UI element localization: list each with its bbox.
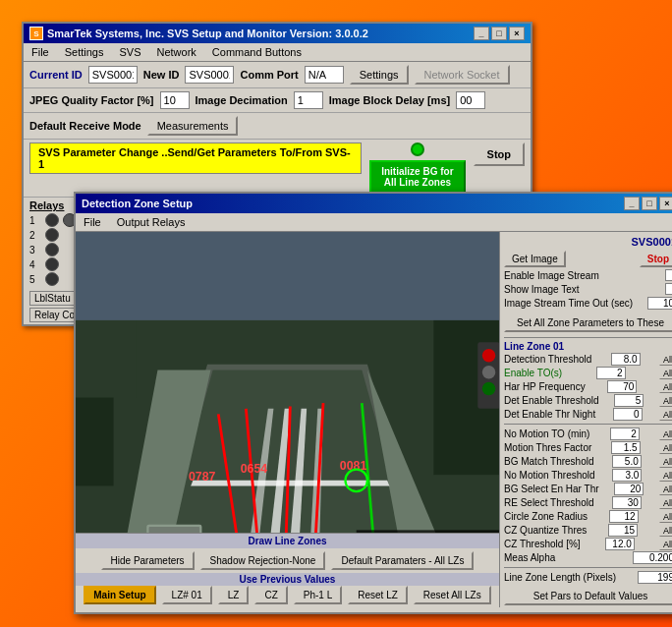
relay-3-indicator <box>45 243 59 256</box>
rp-det-enable-thresh-input[interactable] <box>614 394 644 407</box>
det-window-title: Detection Zone Setup <box>82 198 193 209</box>
minimize-btn[interactable]: _ <box>474 27 489 40</box>
stop-button[interactable]: Stop <box>474 142 525 166</box>
rp-re-select-row: RE Select Threshold All <box>504 496 672 509</box>
rp-det-threshold-all[interactable]: All <box>659 354 672 366</box>
svg-marker-13 <box>191 481 389 486</box>
rp-enable-to-all[interactable]: All <box>659 368 672 379</box>
block-delay-label: Image Block Delay [ms] <box>329 94 451 106</box>
rp-det-enable-thresh-row: Det Enable Threshold All <box>504 394 672 407</box>
det-maximize-btn[interactable]: □ <box>642 197 657 210</box>
rp-set-all-button[interactable]: Set All Zone Parameters to These <box>504 314 672 332</box>
rp-re-select-all[interactable]: All <box>659 497 672 509</box>
decimation-input[interactable] <box>294 91 323 109</box>
rp-cz-threshold-input[interactable] <box>605 538 635 550</box>
rp-bg-match-input[interactable] <box>612 455 642 468</box>
rp-har-hp-input[interactable] <box>607 380 637 393</box>
ph1l-button[interactable]: Ph-1 L <box>294 586 342 604</box>
rp-motion-thres-label: Motion Thres Factor <box>504 442 591 453</box>
rp-det-enable-night-input[interactable] <box>613 408 643 421</box>
default-receive-label: Default Receive Mode <box>29 120 141 132</box>
rp-line-zone-length-input <box>638 571 672 584</box>
reset-all-button[interactable]: Reset All LZs <box>414 586 491 604</box>
rp-stop-button[interactable]: Stop <box>640 251 672 267</box>
new-id-label: New ID <box>143 69 180 81</box>
relay-2-num: 2 <box>29 230 41 241</box>
rp-har-hp-row: Har HP Frequency All <box>504 380 672 393</box>
main-setup-button[interactable]: Main Setup <box>84 586 155 604</box>
hide-params-button[interactable]: Hide Parameters <box>101 551 195 570</box>
current-id-input[interactable] <box>88 66 138 84</box>
rp-no-motion-input[interactable] <box>610 428 640 440</box>
rp-cz-threshold-row: CZ Threshold [%] All <box>504 538 672 550</box>
rp-show-text-label: Show Image Text <box>504 284 580 295</box>
menu-svs[interactable]: SVS <box>115 45 144 59</box>
rp-cz-threshold-all[interactable]: All <box>659 539 672 550</box>
control-row-1: Hide Parameters Shadow Rejection-None De… <box>76 551 499 570</box>
menu-network[interactable]: Network <box>153 45 200 59</box>
rp-bg-match-all[interactable]: All <box>659 456 672 468</box>
rp-motion-thres-input[interactable] <box>611 441 641 454</box>
relay-1-indicator <box>45 213 59 227</box>
rp-no-motion-thresh-row: No Motion Threshold All <box>504 469 672 482</box>
rp-stream-timeout-input[interactable] <box>647 297 672 310</box>
rp-meas-alpha-row: Meas Alpha <box>504 551 672 564</box>
reset-lz-button[interactable]: Reset LZ <box>348 586 408 604</box>
det-close-btn[interactable]: × <box>659 197 672 210</box>
rp-det-threshold-input[interactable] <box>611 353 641 366</box>
rp-cz-quantize-all[interactable]: All <box>659 525 672 537</box>
rp-timeout-row: Image Stream Time Out (sec) <box>504 297 672 310</box>
shadow-rejection-button[interactable]: Shadow Rejection-None <box>200 551 326 570</box>
menu-settings[interactable]: Settings <box>61 45 108 59</box>
rp-enable-to-input[interactable] <box>596 367 626 379</box>
svg-rect-4 <box>76 232 499 320</box>
rp-no-motion-all[interactable]: All <box>659 428 672 440</box>
rp-circle-zone-input[interactable] <box>609 510 639 523</box>
jpeg-input[interactable] <box>160 91 190 109</box>
rp-set-pars-button[interactable]: Set Pars to Default Values <box>504 587 672 605</box>
initialize-bg-button[interactable]: Initialize BG for All Line Zones <box>369 160 465 194</box>
rp-har-hp-all[interactable]: All <box>659 381 672 393</box>
rp-meas-alpha-input[interactable] <box>633 551 672 564</box>
rp-det-enable-thresh-label: Det Enable Threshold <box>504 395 599 406</box>
rp-show-text-check[interactable] <box>665 283 672 295</box>
rp-bg-select-row: BG Select En Har Thr All <box>504 483 672 495</box>
default-params-button[interactable]: Default Paramaters - All LZs <box>331 551 474 570</box>
lz01-button[interactable]: LZ# 01 <box>162 586 212 604</box>
rp-no-motion-thresh-all[interactable]: All <box>659 470 672 482</box>
menu-command-buttons[interactable]: Command Buttons <box>208 45 306 59</box>
rp-cz-quantize-input[interactable] <box>608 524 638 537</box>
rp-bg-select-input[interactable] <box>614 483 644 495</box>
measurements-button[interactable]: Measurements <box>147 116 239 136</box>
main-title-bar: S SmarTek Systems, Inc. SVS Setup and Mo… <box>24 24 531 43</box>
lz-button[interactable]: LZ <box>218 586 250 604</box>
comm-port-input[interactable] <box>305 66 344 84</box>
rp-re-select-input[interactable] <box>612 496 642 509</box>
menu-file[interactable]: File <box>28 45 53 59</box>
cz-button[interactable]: CZ <box>254 586 287 604</box>
block-delay-input[interactable] <box>456 91 485 109</box>
new-id-input[interactable] <box>185 66 234 84</box>
rp-circle-zone-all[interactable]: All <box>659 511 672 523</box>
det-menu-output-relays[interactable]: Output Relays <box>113 215 190 229</box>
rp-enable-to-label: Enable TO(s) <box>504 368 562 378</box>
rp-enable-stream-check[interactable] <box>665 269 672 281</box>
maximize-btn[interactable]: □ <box>491 27 507 40</box>
rp-no-motion-label: No Motion TO (min) <box>504 428 589 439</box>
rp-det-enable-night-all[interactable]: All <box>659 409 672 421</box>
divider-3 <box>504 567 672 568</box>
divider-1 <box>504 337 672 338</box>
close-btn[interactable]: × <box>509 27 525 40</box>
rp-bg-select-all[interactable]: All <box>659 484 672 495</box>
rp-motion-thres-all[interactable]: All <box>659 442 672 454</box>
rp-det-enable-thresh-all[interactable]: All <box>659 395 672 407</box>
rp-det-threshold-row: Detection Threshold All <box>504 353 672 366</box>
title-bar-left: S SmarTek Systems, Inc. SVS Setup and Mo… <box>29 27 368 40</box>
det-content: 0787 0654 0081 05-31-2011 10:01:48 Draw … <box>76 232 672 607</box>
rp-har-hp-label: Har HP Frequency <box>504 381 586 392</box>
det-menu-file[interactable]: File <box>80 215 105 229</box>
rp-get-image-button[interactable]: Get Image <box>504 251 566 267</box>
settings-button[interactable]: Settings <box>350 65 409 85</box>
det-minimize-btn[interactable]: _ <box>624 197 640 210</box>
rp-no-motion-thresh-input[interactable] <box>612 469 642 482</box>
